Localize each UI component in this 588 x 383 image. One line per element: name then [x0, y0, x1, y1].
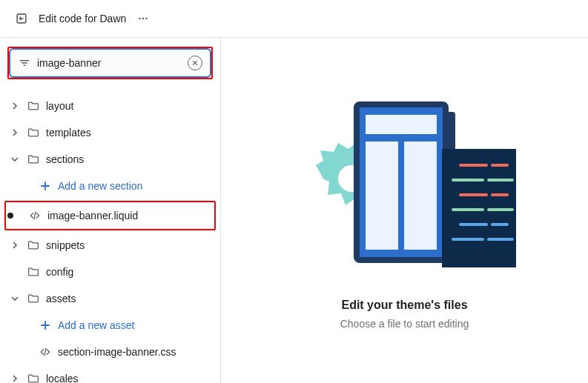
plus-icon: [39, 179, 52, 193]
plus-icon: [39, 319, 52, 332]
folder-label: config: [46, 266, 73, 278]
folder-templates[interactable]: templates: [7, 119, 213, 146]
clear-search-icon[interactable]: [188, 56, 202, 70]
folder-label: templates: [46, 127, 91, 139]
svg-point-3: [146, 18, 148, 20]
code-icon: [39, 345, 52, 359]
more-icon[interactable]: [136, 12, 150, 25]
filter-icon: [18, 56, 31, 70]
add-section-label: Add a new section: [58, 180, 142, 192]
main-area: layout templates sections Add a new sect…: [0, 37, 588, 383]
folder-label: snippets: [46, 239, 85, 251]
folder-icon: [27, 126, 40, 139]
svg-point-2: [142, 18, 145, 20]
folder-label: layout: [46, 100, 73, 112]
folder-label: locales: [46, 373, 79, 383]
file-section-css[interactable]: section-image-banner.css: [7, 339, 213, 365]
search-input[interactable]: [37, 57, 182, 69]
empty-state-title: Edit your theme's files: [341, 299, 467, 312]
file-highlight: image-banner.liquid: [4, 201, 216, 230]
code-icon: [28, 209, 42, 222]
search-highlight: [7, 47, 213, 79]
svg-point-1: [139, 18, 142, 20]
chevron-down-icon: [9, 295, 21, 302]
file-label: image-banner.liquid: [47, 210, 138, 222]
folder-icon: [27, 239, 40, 252]
app-header: Edit code for Dawn: [0, 0, 588, 37]
file-sidebar: layout templates sections Add a new sect…: [0, 38, 221, 383]
chevron-down-icon: [9, 156, 21, 163]
chevron-right-icon: [9, 242, 21, 249]
folder-config[interactable]: config: [7, 259, 213, 285]
add-asset-button[interactable]: Add a new asset: [7, 312, 213, 339]
svg-rect-9: [404, 141, 437, 250]
folder-icon: [27, 372, 40, 383]
folder-icon: [27, 99, 40, 113]
folder-label: assets: [46, 293, 76, 304]
modified-dot-icon: [7, 213, 13, 219]
svg-rect-8: [366, 141, 398, 250]
empty-state-subtitle: Choose a file to start editing: [340, 318, 469, 330]
chevron-right-icon: [9, 102, 21, 110]
folder-icon: [27, 265, 40, 279]
file-image-banner-liquid[interactable]: image-banner.liquid: [6, 202, 211, 229]
folder-locales[interactable]: locales: [7, 365, 213, 383]
add-section-button[interactable]: Add a new section: [7, 173, 213, 199]
svg-rect-7: [366, 115, 437, 134]
folder-layout[interactable]: layout: [7, 93, 213, 119]
file-label: section-image-banner.css: [58, 346, 176, 358]
folder-icon: [27, 292, 40, 305]
folder-label: sections: [46, 153, 84, 165]
folder-icon: [27, 153, 40, 166]
folder-snippets[interactable]: snippets: [7, 232, 213, 259]
search-field-wrap: [9, 48, 211, 78]
chevron-right-icon: [9, 375, 21, 382]
chevron-right-icon: [9, 129, 21, 136]
exit-icon[interactable]: [15, 12, 28, 25]
add-asset-label: Add a new asset: [58, 319, 135, 331]
content-pane: Edit your theme's files Choose a file to…: [221, 38, 588, 383]
folder-sections[interactable]: sections: [7, 146, 213, 173]
page-title: Edit code for Dawn: [39, 13, 126, 24]
empty-illustration: [294, 91, 516, 284]
folder-assets[interactable]: assets: [7, 285, 213, 312]
